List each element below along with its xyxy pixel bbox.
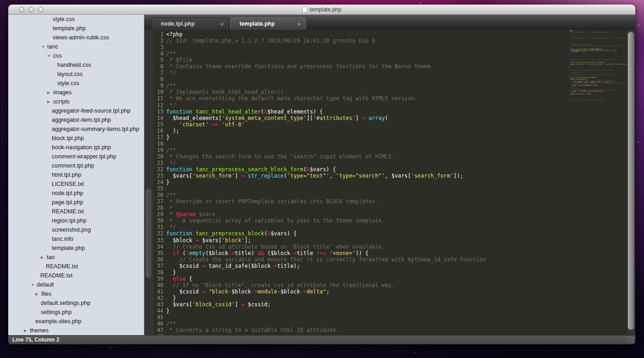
sidebar-item[interactable]: ▶files (8, 289, 144, 298)
code-line[interactable]: 5 * @file (153, 57, 635, 63)
sidebar-scrollbar[interactable] (144, 30, 153, 335)
code-line[interactable]: 2// $Id: template.php,v 1.1.2.7 2010/06/… (153, 38, 635, 44)
sidebar-item[interactable]: ▶images (8, 88, 144, 97)
sidebar-item[interactable]: block.tpl.php (8, 134, 144, 143)
code-line[interactable]: 10 * Implements hook_html_head_alter(). (153, 89, 635, 95)
sidebar-item[interactable]: page.tpl.php (8, 198, 144, 207)
code-line[interactable]: 24} (153, 179, 635, 185)
code-line[interactable]: 6 * Contains theme override functions an… (153, 63, 635, 70)
sidebar-item[interactable]: views-admin-rubik.css (8, 33, 144, 42)
tab-node-tpl-php[interactable]: node.tpl.php× (151, 17, 229, 30)
sidebar-item[interactable]: LICENSE.txt (8, 179, 144, 189)
code-line[interactable]: 14 $head_elements['system_meta_content_t… (153, 115, 635, 121)
sidebar-item[interactable]: template.php (8, 244, 144, 253)
code-line[interactable]: 9/** (153, 82, 635, 89)
sidebar-item[interactable]: default.settings.php (8, 298, 144, 308)
code-line[interactable]: 25 (153, 185, 635, 192)
code-line[interactable]: 39 else { (153, 276, 635, 282)
editor-scrollbar-thumb[interactable] (628, 32, 634, 330)
code-line[interactable]: 21 */ (153, 160, 635, 166)
tab-template-php[interactable]: template.php× (230, 17, 306, 30)
code-line[interactable]: 7 */ (153, 70, 635, 76)
disclosure-closed-icon[interactable]: ▶ (41, 255, 47, 260)
sidebar-item[interactable]: book-navigation.tpl.php (8, 143, 144, 152)
code-line[interactable]: 44} (153, 308, 635, 314)
sidebar-item[interactable]: README.txt (8, 207, 144, 216)
code-line[interactable]: 28 * (153, 205, 635, 211)
code-line[interactable]: 8 (153, 76, 635, 82)
sidebar-item[interactable]: style.css (8, 15, 144, 24)
disclosure-open-icon[interactable]: ▼ (47, 54, 53, 58)
code-line[interactable]: 17} (153, 134, 635, 141)
sidebar-item[interactable]: tanc.info (8, 234, 144, 244)
sidebar-item[interactable]: comment.tpl.php (8, 161, 144, 170)
code-line[interactable]: 32function tanc_preprocess_block(&$vars)… (153, 230, 635, 237)
disclosure-closed-icon[interactable]: ▶ (24, 328, 30, 333)
code-line[interactable]: 15 'charset' => 'utf-8' (153, 121, 635, 128)
code-line[interactable]: 1<?php (153, 31, 635, 38)
code-line[interactable]: 43 $vars['block_cssid'] = $cssid; (153, 301, 635, 308)
sidebar-item[interactable]: aggregator-feed-source.tpl.php (8, 106, 144, 115)
disclosure-closed-icon[interactable]: ▶ (47, 99, 53, 104)
disclosure-open-icon[interactable]: ▼ (31, 282, 37, 287)
sidebar-item[interactable]: screenshot.png (8, 225, 144, 234)
disclosure-open-icon[interactable]: ▼ (41, 44, 47, 49)
sidebar-item[interactable]: ▼tanc (8, 42, 144, 51)
code-line[interactable]: 19/** (153, 147, 635, 153)
code-line[interactable]: 29 * @param $vars (153, 211, 635, 217)
code-line[interactable]: 38 } (153, 269, 635, 276)
code-editor[interactable]: 1<?php2// $Id: template.php,v 1.1.2.7 20… (153, 30, 635, 335)
sidebar-item[interactable]: region.tpl.php (8, 216, 144, 225)
editor-scrollbar[interactable] (627, 30, 635, 335)
code-line[interactable]: 30 * A sequential array of variables to … (153, 217, 635, 224)
sidebar-item[interactable]: README.txt (8, 271, 144, 280)
code-line[interactable]: 20 * Changes the search form to use the … (153, 153, 635, 160)
sidebar-item[interactable]: html.tpl.php (8, 170, 144, 179)
code-line[interactable]: 22function tanc_preprocess_search_block_… (153, 166, 635, 173)
sidebar-scrollbar-thumb[interactable] (146, 189, 152, 278)
code-line[interactable]: 34 // Create css id attribute based on '… (153, 244, 635, 250)
code-line[interactable]: 33 $block = $vars['block']; (153, 237, 635, 244)
window-titlebar[interactable]: template.php (8, 5, 635, 15)
resize-grip-icon[interactable] (627, 336, 634, 343)
sidebar-item[interactable]: layout.css (8, 70, 144, 79)
sidebar-item[interactable]: comment-wrapper.tpl.php (8, 152, 144, 161)
close-tab-icon[interactable]: × (220, 21, 224, 27)
code-line[interactable]: 41 $cssid = "block-$block->module-$block… (153, 288, 635, 295)
sidebar-item[interactable]: aggregator-item.tpl.php (8, 115, 144, 125)
minimap[interactable]: <?php// $Id: template.php,v 1.1.2.7 2010… (569, 30, 628, 106)
code-line[interactable]: 37 $cssid = tanc_id_safe($block->title); (153, 263, 635, 269)
code-line[interactable]: 23 $vars['search_form'] = str_replace('t… (153, 173, 635, 179)
code-line[interactable]: 26/** (153, 192, 635, 198)
sidebar-item[interactable]: README.txt (8, 262, 144, 271)
disclosure-closed-icon[interactable]: ▶ (47, 90, 53, 95)
code-line[interactable]: 3 (153, 44, 635, 50)
code-line[interactable]: 16 ); (153, 128, 635, 134)
code-line[interactable]: 35 if (!empty($block->title) && ($block-… (153, 250, 635, 256)
sidebar-item[interactable]: ▼css (8, 51, 144, 60)
sidebar-item[interactable]: ▶scripts (8, 97, 144, 106)
sidebar-item[interactable]: style.css (8, 79, 144, 88)
sidebar-item[interactable]: ▼default (8, 280, 144, 289)
code-line[interactable]: 36 // Create the variable and ensure tha… (153, 256, 635, 263)
close-tab-icon[interactable]: × (297, 21, 301, 27)
code-line[interactable]: 42 } (153, 295, 635, 301)
disclosure-closed-icon[interactable]: ▶ (35, 292, 41, 296)
sidebar-item[interactable]: ▶tao (8, 253, 144, 262)
code-line[interactable]: 18 (153, 141, 635, 147)
sidebar-item[interactable]: node.tpl.php (8, 189, 144, 198)
code-line[interactable]: 11 * We are overwriting the default meta… (153, 95, 635, 102)
code-line[interactable]: 13function tanc_html_head_alter(&$head_e… (153, 108, 635, 115)
sidebar-item[interactable]: aggregator-summary-items.tpl.php (8, 125, 144, 134)
sidebar-item[interactable]: template.php (8, 24, 144, 33)
code-line[interactable]: 27 * Override or insert PHPTemplate vari… (153, 198, 635, 205)
sidebar-item[interactable]: ▶themes (8, 326, 144, 335)
code-line[interactable]: 40 // If no "Block title", create css id… (153, 282, 635, 288)
code-line[interactable]: 46/** (153, 320, 635, 327)
code-line[interactable]: 4/** (153, 50, 635, 57)
sidebar-item[interactable]: settings.php (8, 308, 144, 317)
code-line[interactable]: 31 */ (153, 224, 635, 230)
code-line[interactable]: 47 * Converts a string to a suitable htm… (153, 327, 635, 333)
code-line[interactable]: 12 */ (153, 102, 635, 108)
code-line[interactable]: 45 (153, 314, 635, 320)
